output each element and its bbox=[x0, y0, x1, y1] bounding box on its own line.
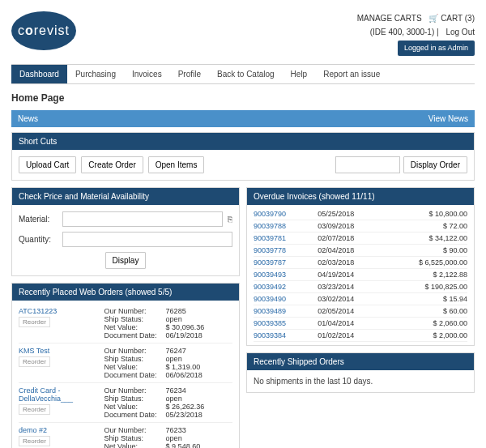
nav-back-to-catalog[interactable]: Back to Catalog bbox=[209, 65, 283, 83]
invoice-date: 04/19/2014 bbox=[318, 271, 399, 279]
view-news-link[interactable]: View News bbox=[428, 114, 468, 123]
reorder-button[interactable]: Reorder bbox=[19, 436, 50, 446]
upload-cart-button[interactable]: Upload Cart bbox=[19, 156, 76, 173]
material-input[interactable] bbox=[62, 211, 223, 227]
invoice-date: 03/23/2014 bbox=[318, 283, 399, 291]
invoice-id[interactable]: 90039492 bbox=[254, 283, 318, 291]
order-name[interactable]: KMS Test bbox=[19, 347, 104, 355]
invoice-row: 9003978702/03/2018$ 6,525,000.00 bbox=[254, 257, 467, 269]
price-check-header: Check Price and Material Availability bbox=[12, 188, 239, 205]
invoice-row: 9003948902/05/2014$ 60.00 bbox=[254, 305, 467, 318]
nav-dashboard[interactable]: Dashboard bbox=[11, 65, 67, 83]
nav-profile[interactable]: Profile bbox=[170, 65, 209, 83]
price-display-button[interactable]: Display bbox=[105, 252, 147, 269]
invoice-row: 9003978102/07/2018$ 34,122.00 bbox=[254, 233, 467, 245]
invoice-id[interactable]: 90039790 bbox=[254, 210, 318, 218]
invoice-amount: $ 2,000.00 bbox=[399, 331, 467, 339]
brand-logo: corevist bbox=[11, 11, 76, 50]
invoice-date: 01/04/2014 bbox=[318, 319, 399, 327]
invoice-date: 02/05/2014 bbox=[318, 307, 399, 315]
invoice-date: 02/07/2018 bbox=[318, 234, 399, 242]
recent-orders-header: Recently Placed Web Orders (showed 5/5) bbox=[12, 284, 239, 301]
invoice-row: 9003978803/09/2018$ 72.00 bbox=[254, 220, 467, 233]
invoice-row: 9003938501/04/2014$ 2,060.00 bbox=[254, 318, 467, 330]
no-shipments-msg: No shipments in the last 10 days. bbox=[254, 377, 467, 386]
copy-icon[interactable]: ⎘ bbox=[228, 215, 232, 224]
display-order-input[interactable] bbox=[335, 156, 400, 173]
order-row: ATC131223ReorderOur Number:76285Ship Sta… bbox=[19, 304, 232, 343]
context-label: (IDE 400, 3000-1) | bbox=[370, 28, 439, 36]
nav-purchasing[interactable]: Purchasing bbox=[67, 65, 124, 83]
invoice-id[interactable]: 90039490 bbox=[254, 295, 318, 303]
invoice-id[interactable]: 90039787 bbox=[254, 258, 318, 267]
invoice-amount: $ 190,825.00 bbox=[399, 283, 467, 291]
nav-report-issue[interactable]: Report an issue bbox=[315, 65, 388, 83]
order-name[interactable]: ATC131223 bbox=[19, 307, 104, 315]
invoice-amount: $ 10,800.00 bbox=[399, 210, 467, 218]
invoice-date: 02/03/2018 bbox=[318, 258, 399, 267]
invoice-id[interactable]: 90039781 bbox=[254, 234, 318, 242]
nav-invoices[interactable]: Invoices bbox=[124, 65, 170, 83]
invoice-id[interactable]: 90039778 bbox=[254, 246, 318, 254]
invoice-amount: $ 6,525,000.00 bbox=[399, 258, 467, 267]
invoice-amount: $ 34,122.00 bbox=[399, 234, 467, 242]
news-label: News bbox=[18, 114, 38, 123]
reorder-button[interactable]: Reorder bbox=[19, 404, 50, 415]
news-bar: News View News bbox=[11, 110, 475, 127]
quantity-label: Quantity: bbox=[19, 235, 58, 244]
manage-carts-link[interactable]: MANAGE CARTS bbox=[357, 14, 422, 23]
invoice-row: 9003938401/02/2014$ 2,000.00 bbox=[254, 330, 467, 342]
main-nav: Dashboard Purchasing Invoices Profile Ba… bbox=[11, 64, 475, 84]
display-order-button[interactable]: Display Order bbox=[403, 156, 467, 173]
invoice-amount: $ 2,122.88 bbox=[399, 271, 467, 279]
admin-badge: Logged in as Admin bbox=[398, 41, 475, 56]
invoice-date: 02/04/2018 bbox=[318, 246, 399, 254]
open-items-button[interactable]: Open Items bbox=[148, 156, 205, 173]
invoice-row: 9003977802/04/2018$ 90.00 bbox=[254, 245, 467, 257]
reorder-button[interactable]: Reorder bbox=[19, 317, 50, 327]
invoice-date: 05/25/2018 bbox=[318, 210, 399, 218]
invoice-id[interactable]: 90039385 bbox=[254, 319, 318, 327]
material-label: Material: bbox=[19, 215, 58, 224]
overdue-invoices-header: Overdue Invoices (showed 11/11) bbox=[247, 188, 474, 205]
order-name[interactable]: Credit Card - DellaVecchia___ bbox=[19, 386, 104, 403]
recently-shipped-header: Recently Shipped Orders bbox=[247, 353, 474, 370]
invoice-date: 03/02/2014 bbox=[318, 295, 399, 303]
invoice-amount: $ 2,060.00 bbox=[399, 319, 467, 327]
order-row: KMS TestReorderOur Number:76247Ship Stat… bbox=[19, 343, 232, 383]
order-name[interactable]: demo #2 bbox=[19, 426, 104, 434]
invoice-row: 9003949003/02/2014$ 15.94 bbox=[254, 293, 467, 305]
shortcuts-header: Short Cuts bbox=[12, 133, 474, 150]
invoice-row: 9003979005/25/2018$ 10,800.00 bbox=[254, 208, 467, 220]
invoice-id[interactable]: 90039493 bbox=[254, 271, 318, 279]
invoice-row: 9003949203/23/2014$ 190,825.00 bbox=[254, 281, 467, 293]
invoice-id[interactable]: 90039489 bbox=[254, 307, 318, 315]
nav-help[interactable]: Help bbox=[283, 65, 316, 83]
invoice-amount: $ 60.00 bbox=[399, 307, 467, 315]
invoice-id[interactable]: 90039384 bbox=[254, 331, 318, 339]
invoice-date: 03/09/2018 bbox=[318, 222, 399, 230]
logout-link[interactable]: Log Out bbox=[446, 28, 475, 36]
order-row: demo #2ReorderOur Number:76233Ship Statu… bbox=[19, 423, 232, 448]
create-order-button[interactable]: Create Order bbox=[81, 156, 143, 173]
invoice-amount: $ 15.94 bbox=[399, 295, 467, 303]
quantity-input[interactable] bbox=[62, 232, 232, 247]
cart-link[interactable]: 🛒 CART (3) bbox=[428, 14, 475, 23]
invoice-row: 9003949304/19/2014$ 2,122.88 bbox=[254, 269, 467, 281]
reorder-button[interactable]: Reorder bbox=[19, 356, 50, 367]
invoice-id[interactable]: 90039788 bbox=[254, 222, 318, 230]
page-title: Home Page bbox=[11, 92, 475, 104]
invoice-date: 01/02/2014 bbox=[318, 331, 399, 339]
order-row: Credit Card - DellaVecchia___ReorderOur … bbox=[19, 383, 232, 423]
invoice-amount: $ 72.00 bbox=[399, 222, 467, 230]
invoice-amount: $ 90.00 bbox=[399, 246, 467, 254]
